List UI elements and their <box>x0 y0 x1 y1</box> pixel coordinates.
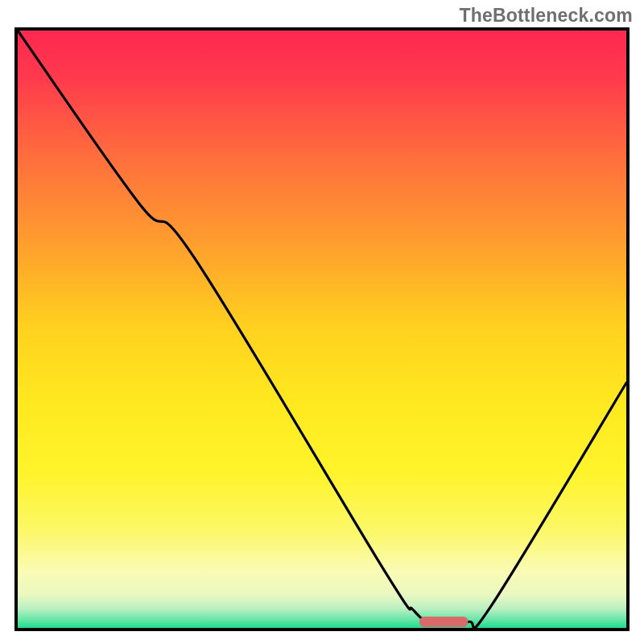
optimal-range-marker <box>419 617 468 627</box>
bottleneck-curve <box>18 31 626 628</box>
chart-root: TheBottleneck.com <box>0 0 644 644</box>
curve-layer <box>18 31 626 628</box>
plot-area <box>14 27 630 631</box>
watermark-text: TheBottleneck.com <box>459 5 633 27</box>
